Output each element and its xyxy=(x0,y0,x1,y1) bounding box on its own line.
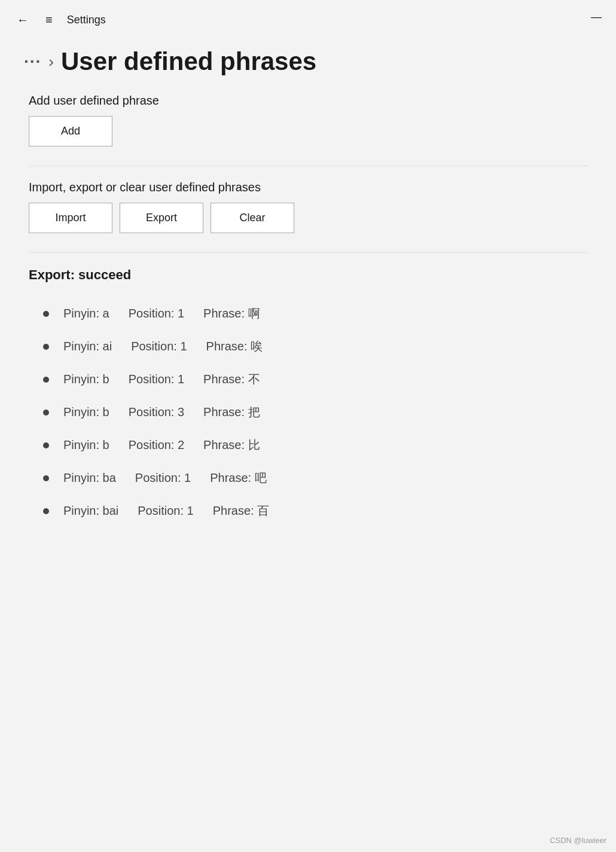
list-item: Pinyin: aiPosition: 1Phrase: 唉 xyxy=(29,330,587,363)
minimize-button[interactable]: — xyxy=(591,11,602,23)
phrase-text: Pinyin: baiPosition: 1Phrase: 百 xyxy=(63,503,288,519)
back-button[interactable]: ← xyxy=(14,11,31,29)
divider-1 xyxy=(29,166,587,166)
bullet-icon xyxy=(43,344,49,350)
import-button[interactable]: Import xyxy=(29,203,112,233)
watermark: CSDN @luwieer xyxy=(550,836,606,845)
phrase-char: Phrase: 不 xyxy=(203,372,260,386)
phrase-char: Phrase: 唉 xyxy=(206,340,263,353)
phrase-text: Pinyin: baPosition: 1Phrase: 吧 xyxy=(63,470,286,486)
breadcrumb-chevron-icon: › xyxy=(48,53,54,71)
phrase-list: Pinyin: aPosition: 1Phrase: 啊Pinyin: aiP… xyxy=(29,297,587,527)
add-button[interactable]: Add xyxy=(29,116,112,146)
phrase-position: Position: 2 xyxy=(129,438,184,451)
list-item: Pinyin: baiPosition: 1Phrase: 百 xyxy=(29,494,587,527)
phrase-char: Phrase: 比 xyxy=(203,438,260,451)
phrase-position: Position: 1 xyxy=(129,307,184,320)
export-button[interactable]: Export xyxy=(120,203,203,233)
phrase-pinyin: Pinyin: bai xyxy=(63,504,118,517)
phrase-pinyin: Pinyin: ba xyxy=(63,471,116,484)
bullet-icon xyxy=(43,442,49,448)
add-section: Add user defined phrase Add xyxy=(29,94,587,146)
divider-2 xyxy=(29,252,587,253)
phrase-char: Phrase: 把 xyxy=(203,405,260,419)
import-export-section: Import, export or clear user defined phr… xyxy=(29,181,587,233)
bullet-icon xyxy=(43,475,49,481)
phrase-pinyin: Pinyin: b xyxy=(63,405,109,419)
import-export-button-row: Import Export Clear xyxy=(29,203,587,233)
list-item: Pinyin: bPosition: 1Phrase: 不 xyxy=(29,363,587,396)
phrase-position: Position: 1 xyxy=(131,340,187,353)
phrase-text: Pinyin: aPosition: 1Phrase: 啊 xyxy=(63,306,279,322)
breadcrumb-dots: ··· xyxy=(24,52,41,71)
topbar-title: Settings xyxy=(67,14,106,26)
list-item: Pinyin: baPosition: 1Phrase: 吧 xyxy=(29,462,587,494)
phrase-pinyin: Pinyin: ai xyxy=(63,340,112,353)
top-bar: ← ≡ Settings — xyxy=(0,0,616,35)
phrase-char: Phrase: 吧 xyxy=(210,471,266,484)
bullet-icon xyxy=(43,508,49,514)
phrase-position: Position: 1 xyxy=(138,504,193,517)
phrase-position: Position: 1 xyxy=(129,372,184,386)
list-item: Pinyin: aPosition: 1Phrase: 啊 xyxy=(29,297,587,330)
minimize-icon: — xyxy=(591,11,602,23)
clear-button[interactable]: Clear xyxy=(211,203,294,233)
phrase-position: Position: 1 xyxy=(135,471,191,484)
phrase-char: Phrase: 啊 xyxy=(203,307,260,320)
menu-icon: ≡ xyxy=(45,13,53,27)
phrase-text: Pinyin: bPosition: 2Phrase: 比 xyxy=(63,437,279,453)
page-title: User defined phrases xyxy=(61,47,316,76)
list-item: Pinyin: bPosition: 3Phrase: 把 xyxy=(29,396,587,429)
phrase-char: Phrase: 百 xyxy=(213,504,269,517)
import-export-label: Import, export or clear user defined phr… xyxy=(29,181,587,194)
menu-button[interactable]: ≡ xyxy=(43,11,55,29)
bullet-icon xyxy=(43,410,49,416)
phrase-pinyin: Pinyin: b xyxy=(63,372,109,386)
bullet-icon xyxy=(43,377,49,383)
content-area: Add user defined phrase Add Import, expo… xyxy=(0,94,616,527)
status-text: Export: succeed xyxy=(29,267,587,283)
phrase-pinyin: Pinyin: b xyxy=(63,438,109,451)
list-item: Pinyin: bPosition: 2Phrase: 比 xyxy=(29,429,587,462)
add-section-label: Add user defined phrase xyxy=(29,94,587,108)
add-button-row: Add xyxy=(29,116,587,146)
page-header: ··· › User defined phrases xyxy=(0,35,616,94)
phrase-position: Position: 3 xyxy=(129,405,184,419)
phrase-text: Pinyin: aiPosition: 1Phrase: 唉 xyxy=(63,338,282,355)
phrase-pinyin: Pinyin: a xyxy=(63,307,109,320)
back-icon: ← xyxy=(17,13,29,27)
phrase-text: Pinyin: bPosition: 3Phrase: 把 xyxy=(63,404,279,420)
bullet-icon xyxy=(43,311,49,317)
phrase-text: Pinyin: bPosition: 1Phrase: 不 xyxy=(63,371,279,387)
